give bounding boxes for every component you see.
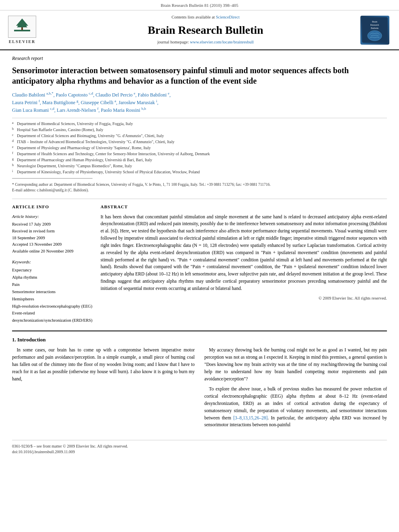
corresponding-footnote: * Corresponding author at: Department of… [12,182,387,187]
keywords-section: Keywords: Expectancy Alpha rhythms Pain … [12,259,93,324]
affiliation-a: a Department of Biomedical Sciences, Uni… [12,121,387,127]
abstract-column: ABSTRACT It has been shown that concomit… [101,204,387,324]
elsevier-logo: ELSEVIER [8,16,36,45]
top-bar: Brain Research Bulletin 81 (2010) 398–40… [0,0,399,10]
keyword-6: High-resolution electroencephalography (… [12,303,93,310]
footnote-divider [12,178,93,179]
svg-text:Research: Research [370,24,379,26]
tested-word: tested [138,228,149,233]
svg-text:Bulletin: Bulletin [371,27,378,29]
body-col-left: In some cases, our brain has to come up … [12,347,195,432]
elsevier-text: ELSEVIER [9,39,36,45]
received-revised-label: Received in revised form [12,228,93,235]
received-date: Received 17 July 2009 [12,221,93,228]
doi-line: doi:10.1016/j.brainresbull.2009.11.009 [12,449,387,455]
body-paragraph-3: To explore the above issue, a bulk of pr… [204,386,387,429]
available-online: Available online 20 November 2009 [12,248,93,255]
journal-homepage: journal homepage: www.elsevier.com/locat… [157,39,254,45]
article-type: Research report [12,55,387,62]
journal-title: Brain Research Bulletin [148,22,263,38]
sciencedirect-link[interactable]: ScienceDirect [216,15,240,19]
keyword-7: Event-related desynchronization/synchron… [12,310,93,324]
body-section: 1. Introduction In some cases, our brain… [12,331,387,432]
body-paragraph-1: In some cases, our brain has to come up … [12,347,195,382]
issn-line: 0361-9230/$ – see front matter © 2009 El… [12,444,387,449]
body-two-col: In some cases, our brain has to come up … [12,347,387,432]
affiliation-d: d ITAB – Institute of Advanced Biomedica… [12,139,387,145]
ref-link-1[interactable]: [3–8,13,15,26–28] [233,415,267,420]
abstract-header: ABSTRACT [101,204,387,210]
email-footnote: E-mail address: c.babiloni@unifg.it (C. … [12,187,387,193]
affiliation-f: f Department of Health Sciences and Tech… [12,151,387,157]
keyword-1: Expectancy [12,267,93,274]
received-revised-date: 18 September 2009 [12,235,93,242]
affiliation-b: b Hospital San Raffaele Cassino, Cassino… [12,127,387,133]
journal-header-center: Contents lists available at ScienceDirec… [56,14,355,45]
contents-available-line: Contents lists available at ScienceDirec… [171,14,239,21]
page-container: Brain Research Bulletin 81 (2010) 398–40… [0,0,399,460]
keyword-5: Hemispheres [12,296,93,303]
history-title: Article history: [12,214,93,220]
journal-header-left: ELSEVIER [8,14,52,45]
keyword-4: Sensorimotor interactions [12,288,93,296]
article-title: Sensorimotor interaction between somatos… [12,65,387,86]
section-1-title: 1. Introduction [12,336,387,343]
keyword-2: Alpha rhythms [12,274,93,281]
affiliation-c: c Department of Clinical Sciences and Bi… [12,133,387,139]
affiliation-g: g Department of Pharmacology and Human P… [12,157,387,163]
bottom-info: 0361-9230/$ – see front matter © 2009 El… [12,440,387,455]
body-paragraph-2: My accuracy throwing back the burning co… [204,347,387,382]
article-info-abstract-section: ARTICLE INFO Article history: Received 1… [12,199,387,324]
journal-citation: Brain Research Bulletin 81 (2010) 398–40… [161,3,239,8]
journal-header-right: Brain Research Bulletin [359,14,391,45]
accepted-date: Accepted 13 November 2009 [12,241,93,248]
copyright-line: © 2009 Elsevier Inc. All rights reserved… [101,296,387,302]
elsevier-logo-box [8,16,36,38]
article-info-column: ARTICLE INFO Article history: Received 1… [12,204,93,324]
journal-header: ELSEVIER Contents lists available at Sci… [0,10,399,50]
abstract-text: It has been shown that concomitant painf… [101,214,387,292]
authors-list: Claudio Babiloni a,b,*, Paolo Capotosto … [12,91,387,114]
affiliation-h: h Neurologist Department, University "Ca… [12,163,387,169]
keywords-title: Keywords: [12,259,93,265]
affiliation-i: i Department of Kinesiology, Faculty of … [12,169,387,175]
footnotes: * Corresponding author at: Department of… [12,182,387,193]
article-info-header: ARTICLE INFO [12,204,93,210]
body-col-right: My accuracy throwing back the burning co… [204,347,387,432]
article-history: Article history: Received 17 July 2009 R… [12,214,93,255]
main-content: Research report Sensorimotor interaction… [0,50,399,460]
svg-text:Brain: Brain [372,21,377,23]
journal-thumbnail: Brain Research Bulletin [360,16,389,45]
affiliation-e: e Department of Physiology and Pharmacol… [12,145,387,151]
journal-url[interactable]: www.elsevier.com/locate/brainresbull [190,40,254,44]
affiliations: a Department of Biomedical Sciences, Uni… [12,118,387,175]
keyword-3: Pain [12,281,93,288]
